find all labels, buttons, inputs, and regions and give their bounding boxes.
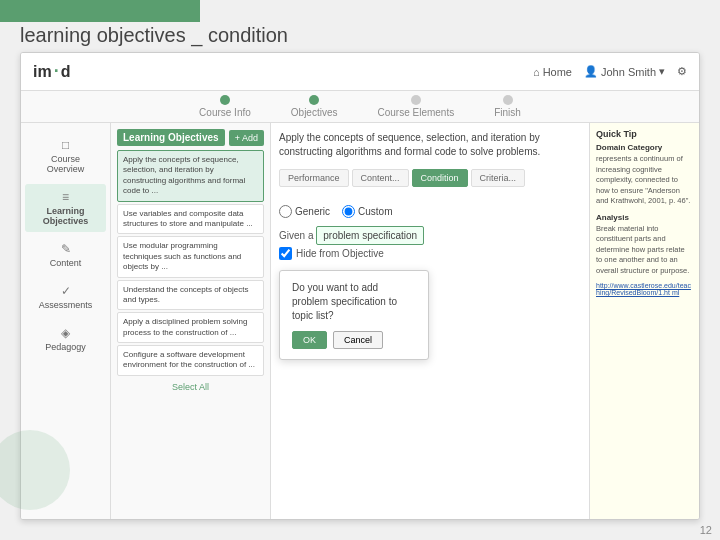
step-elements[interactable]: Course Elements	[378, 95, 455, 118]
sidebar-label-lo: Learning Objectives	[33, 206, 98, 226]
generic-label: Generic	[295, 206, 330, 217]
step-objectives[interactable]: Objectives	[291, 95, 338, 118]
given-input[interactable]: problem specification	[316, 226, 424, 245]
tab-content[interactable]: Content...	[352, 169, 409, 187]
lo-item-5[interactable]: Apply a disciplined problem solving proc…	[117, 312, 264, 343]
main-panel: Learning Objectives + Add Apply the conc…	[111, 123, 699, 519]
quick-tip-section-1: Domain Category represents a continuum o…	[596, 143, 693, 207]
logo-text: im	[33, 63, 52, 81]
user-label: John Smith	[601, 66, 656, 78]
quick-tip-section-2-text: Break material into constituent parts an…	[596, 224, 693, 277]
lo-panel: Learning Objectives + Add Apply the conc…	[111, 123, 699, 519]
step-dot-2	[309, 95, 319, 105]
add-lo-button[interactable]: + Add	[229, 130, 264, 146]
custom-radio-label[interactable]: Custom	[342, 205, 392, 218]
editor-tabs: Performance Content... Condition Criteri…	[279, 169, 581, 187]
generic-radio[interactable]	[279, 205, 292, 218]
dialog-box: Do you want to add problem specification…	[279, 270, 429, 360]
user-nav-item[interactable]: 👤 John Smith ▾	[584, 65, 665, 78]
sidebar-label-content: Content	[50, 258, 82, 268]
settings-nav-item[interactable]: ⚙	[677, 65, 687, 78]
sidebar-item-content[interactable]: ✎ Content	[25, 236, 106, 274]
top-bar	[0, 0, 200, 22]
lo-item-5-text: Apply a disciplined problem solving proc…	[123, 317, 248, 336]
course-overview-icon: □	[62, 138, 69, 152]
lo-item-3[interactable]: Use modular programming techniques such …	[117, 236, 264, 277]
given-label: Given a	[279, 230, 313, 241]
dialog-buttons: OK Cancel	[292, 331, 416, 349]
sidebar-item-course-overview[interactable]: □ Course Overview	[25, 132, 106, 180]
header-nav: ⌂ Home 👤 John Smith ▾ ⚙	[533, 65, 687, 78]
hide-from-objective-checkbox[interactable]	[279, 247, 292, 260]
page-number: 12	[700, 524, 712, 536]
given-text: Given a problem specification	[279, 230, 581, 241]
lo-editor-description: Apply the concepts of sequence, selectio…	[279, 131, 581, 159]
lo-list-header: Learning Objectives + Add	[117, 129, 264, 146]
page-title: learning objectives _ condition	[20, 24, 288, 47]
sidebar-label-course-overview: Course Overview	[33, 154, 98, 174]
step-label-2: Objectives	[291, 107, 338, 118]
quick-tip-section-1-title: Domain Category	[596, 143, 693, 152]
dropdown-icon: ▾	[659, 65, 665, 78]
app-header: im·d ⌂ Home 👤 John Smith ▾ ⚙	[21, 53, 699, 91]
sidebar-item-learning-objectives[interactable]: ≡ Learning Objectives	[25, 184, 106, 232]
user-icon: 👤	[584, 65, 598, 78]
given-section: Given a problem specification	[279, 230, 581, 241]
lo-list-title: Learning Objectives	[117, 129, 225, 146]
select-all-button[interactable]: Select All	[117, 378, 264, 392]
quick-tip-section-1-text: represents a continuum of increasing cog…	[596, 154, 693, 207]
step-course-info[interactable]: Course Info	[199, 95, 251, 118]
tab-performance[interactable]: Performance	[279, 169, 349, 187]
sidebar-item-assessments[interactable]: ✓ Assessments	[25, 278, 106, 316]
sidebar-label-pedagogy: Pedagogy	[45, 342, 86, 352]
step-label-1: Course Info	[199, 107, 251, 118]
lo-item-4-text: Understand the concepts of objects and t…	[123, 285, 248, 304]
custom-radio[interactable]	[342, 205, 355, 218]
logo-d: d	[61, 63, 71, 81]
lo-item-6[interactable]: Configure a software development environ…	[117, 345, 264, 376]
outer-wrapper: learning objectives _ condition im·d ⌂ H…	[0, 0, 720, 540]
lo-item-1[interactable]: Apply the concepts of sequence, selectio…	[117, 150, 264, 202]
step-label-3: Course Elements	[378, 107, 455, 118]
checkbox-label: Hide from Objective	[296, 248, 384, 259]
quick-tip-title: Quick Tip	[596, 129, 693, 139]
step-label-4: Finish	[494, 107, 521, 118]
content-icon: ✎	[61, 242, 71, 256]
dialog-overlay: Do you want to add problem specification…	[279, 266, 581, 360]
generic-radio-label[interactable]: Generic	[279, 205, 330, 218]
checkbox-row: Hide from Objective	[279, 247, 581, 260]
tab-condition[interactable]: Condition	[412, 169, 468, 187]
tab-criteria[interactable]: Criteria...	[471, 169, 526, 187]
step-dot-3	[411, 95, 421, 105]
lo-item-2-text: Use variables and composite data structu…	[123, 209, 253, 228]
dialog-ok-button[interactable]: OK	[292, 331, 327, 349]
browser-window: im·d ⌂ Home 👤 John Smith ▾ ⚙	[20, 52, 700, 520]
app-logo: im·d	[33, 61, 70, 82]
lo-item-3-text: Use modular programming techniques such …	[123, 241, 241, 271]
step-finish[interactable]: Finish	[494, 95, 521, 118]
custom-label: Custom	[358, 206, 392, 217]
logo-dot: ·	[54, 61, 59, 82]
quick-tip-panel: Quick Tip Domain Category represents a c…	[589, 123, 699, 519]
lo-icon: ≡	[62, 190, 69, 204]
sidebar-item-pedagogy[interactable]: ◈ Pedagogy	[25, 320, 106, 358]
pedagogy-icon: ◈	[61, 326, 70, 340]
lo-item-2[interactable]: Use variables and composite data structu…	[117, 204, 264, 235]
lo-item-4[interactable]: Understand the concepts of objects and t…	[117, 280, 264, 311]
lo-editor: Apply the concepts of sequence, selectio…	[271, 123, 589, 519]
sidebar-label-assessments: Assessments	[39, 300, 93, 310]
quick-tip-link[interactable]: http://www.castlerose.edu/teaching/Revis…	[596, 282, 693, 296]
lo-list-section: Learning Objectives + Add Apply the conc…	[111, 123, 271, 519]
home-nav-item[interactable]: ⌂ Home	[533, 66, 572, 78]
assessments-icon: ✓	[61, 284, 71, 298]
step-dot-4	[503, 95, 513, 105]
home-label: Home	[543, 66, 572, 78]
quick-tip-section-2: Analysis Break material into constituent…	[596, 213, 693, 277]
home-icon: ⌂	[533, 66, 540, 78]
dialog-cancel-button[interactable]: Cancel	[333, 331, 383, 349]
quick-tip-section-2-title: Analysis	[596, 213, 693, 222]
lo-item-1-text: Apply the concepts of sequence, selectio…	[123, 155, 245, 195]
dialog-text: Do you want to add problem specification…	[292, 281, 416, 323]
content-area: □ Course Overview ≡ Learning Objectives …	[21, 123, 699, 519]
lo-item-6-text: Configure a software development environ…	[123, 350, 255, 369]
